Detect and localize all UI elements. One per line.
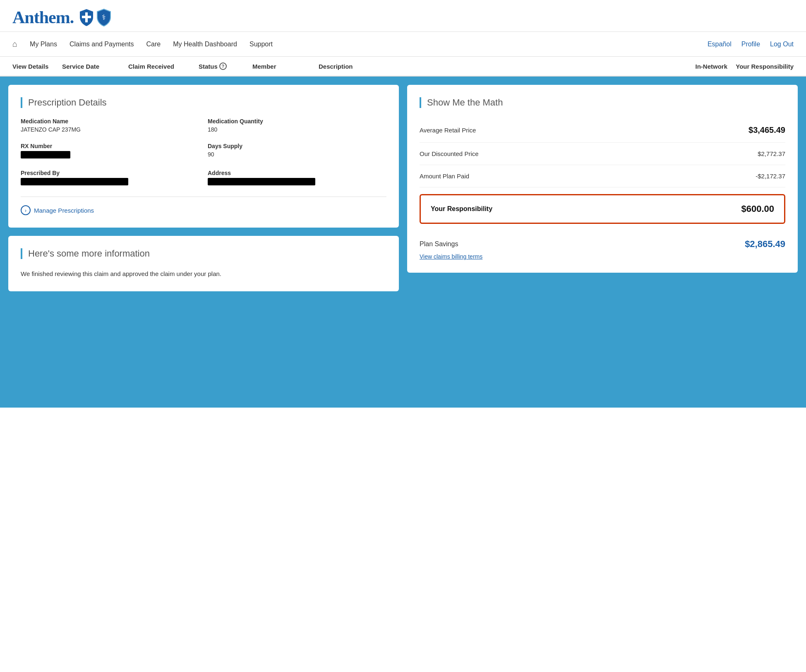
- prescribed-by-label: Prescribed By: [21, 170, 199, 176]
- col-header-view-details: View Details: [12, 63, 62, 70]
- rx-details-grid: Medication Name JATENZO CAP 237MG Medica…: [21, 118, 386, 187]
- medication-name-label: Medication Name: [21, 118, 199, 125]
- nav-profile[interactable]: Profile: [741, 41, 760, 48]
- main-content: Prescription Details Medication Name JAT…: [0, 77, 806, 408]
- math-row-plan-paid: Amount Plan Paid -$2,172.37: [420, 165, 785, 187]
- col-header-description: Description: [319, 63, 669, 70]
- your-responsibility-box: Your Responsibility $600.00: [420, 194, 785, 224]
- rx-number-redacted: [21, 151, 70, 158]
- address-redacted: [208, 178, 315, 185]
- more-info-title: Here's some more information: [21, 248, 386, 259]
- address-label: Address: [208, 170, 386, 176]
- medication-quantity-label: Medication Quantity: [208, 118, 386, 125]
- rx-divider: [21, 197, 386, 197]
- header: Anthem. ⚕: [0, 0, 806, 32]
- responsibility-label: Your Responsibility: [431, 205, 492, 213]
- plan-paid-value: -$2,172.37: [756, 173, 785, 180]
- blue-shield-icon: ⚕: [96, 8, 112, 26]
- prescribed-by-redacted: [21, 178, 128, 185]
- math-row-retail-price: Average Retail Price $3,465.49: [420, 118, 785, 143]
- address-value: [208, 178, 386, 187]
- nav-espanol[interactable]: Español: [708, 41, 732, 48]
- status-info-icon[interactable]: ?: [219, 62, 227, 70]
- nav-bar: ⌂ My Plans Claims and Payments Care My H…: [0, 32, 806, 57]
- retail-price-value: $3,465.49: [748, 125, 785, 135]
- col-header-your-responsibility: Your Responsibility: [727, 63, 794, 70]
- status-label: Status: [199, 63, 218, 70]
- prescription-details-card: Prescription Details Medication Name JAT…: [8, 85, 399, 228]
- nav-my-plans[interactable]: My Plans: [30, 33, 57, 55]
- discounted-price-label: Our Discounted Price: [420, 150, 479, 157]
- svg-text:⚕: ⚕: [102, 13, 106, 22]
- rx-number-field: RX Number: [21, 143, 199, 160]
- plan-savings-row: Plan Savings $2,865.49: [420, 230, 785, 253]
- left-column: Prescription Details Medication Name JAT…: [8, 85, 399, 291]
- col-header-claim-received: Claim Received: [128, 63, 199, 70]
- nav-left: ⌂ My Plans Claims and Payments Care My H…: [12, 32, 708, 56]
- prescription-details-title: Prescription Details: [21, 97, 386, 108]
- right-column: Show Me the Math Average Retail Price $3…: [407, 85, 798, 291]
- math-title: Show Me the Math: [420, 97, 785, 108]
- responsibility-value: $600.00: [741, 204, 774, 214]
- col-header-in-network: In-Network: [669, 63, 727, 70]
- medication-quantity-field: Medication Quantity 180: [208, 118, 386, 133]
- nav-health-dashboard[interactable]: My Health Dashboard: [173, 33, 237, 55]
- rx-number-value: [21, 151, 199, 160]
- nav-log-out[interactable]: Log Out: [770, 41, 794, 48]
- days-supply-label: Days Supply: [208, 143, 386, 149]
- plan-paid-label: Amount Plan Paid: [420, 173, 469, 180]
- days-supply-value: 90: [208, 151, 386, 158]
- col-header-member: Member: [252, 63, 319, 70]
- nav-claims-payments[interactable]: Claims and Payments: [70, 33, 134, 55]
- manage-rx-arrow-icon: ›: [21, 205, 31, 215]
- anthem-logo: Anthem. ⚕: [12, 7, 112, 27]
- more-info-card: Here's some more information We finished…: [8, 236, 399, 291]
- svg-rect-1: [82, 16, 91, 18]
- anthem-shield-icons: ⚕: [79, 8, 112, 26]
- content-grid: Prescription Details Medication Name JAT…: [8, 85, 798, 291]
- plan-savings-label: Plan Savings: [420, 240, 458, 248]
- anthem-logo-text: Anthem.: [12, 7, 74, 27]
- rx-number-label: RX Number: [21, 143, 199, 149]
- plan-savings-value: $2,865.49: [745, 239, 785, 250]
- nav-support[interactable]: Support: [249, 33, 273, 55]
- prescribed-by-field: Prescribed By: [21, 170, 199, 187]
- retail-price-label: Average Retail Price: [420, 127, 476, 134]
- col-header-service-date: Service Date: [62, 63, 128, 70]
- manage-prescriptions-link[interactable]: › Manage Prescriptions: [21, 205, 386, 215]
- billing-terms-link[interactable]: View claims billing terms: [420, 253, 482, 260]
- more-info-text: We finished reviewing this claim and app…: [21, 269, 386, 279]
- days-supply-field: Days Supply 90: [208, 143, 386, 160]
- medication-quantity-value: 180: [208, 126, 386, 133]
- nav-care[interactable]: Care: [146, 33, 161, 55]
- nav-right: Español Profile Log Out: [708, 41, 794, 48]
- show-me-math-card: Show Me the Math Average Retail Price $3…: [407, 85, 798, 273]
- manage-rx-label: Manage Prescriptions: [34, 207, 94, 214]
- medication-name-field: Medication Name JATENZO CAP 237MG: [21, 118, 199, 133]
- address-field: Address: [208, 170, 386, 187]
- discounted-price-value: $2,772.37: [758, 150, 785, 157]
- col-header-status: Status ?: [199, 62, 252, 70]
- column-headers: View Details Service Date Claim Received…: [0, 57, 806, 77]
- math-row-discounted-price: Our Discounted Price $2,772.37: [420, 143, 785, 165]
- home-nav-icon[interactable]: ⌂: [12, 32, 17, 56]
- medication-name-value: JATENZO CAP 237MG: [21, 126, 199, 133]
- prescribed-by-value: [21, 178, 199, 187]
- blue-cross-shield-icon: [79, 8, 94, 26]
